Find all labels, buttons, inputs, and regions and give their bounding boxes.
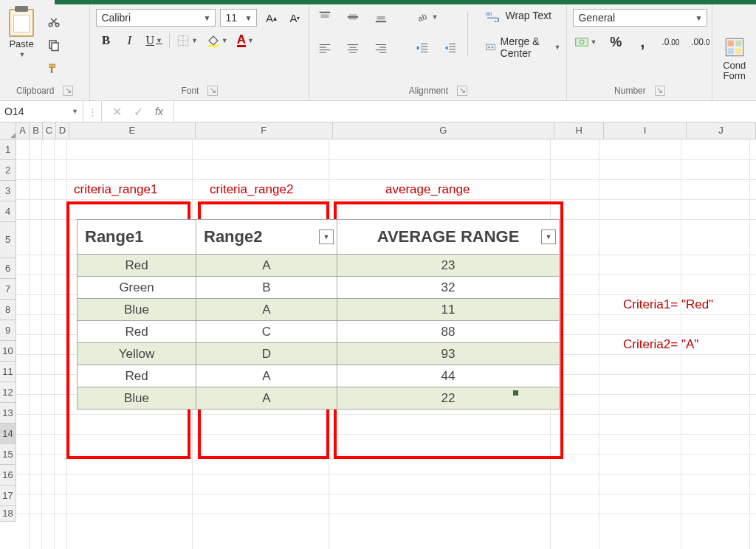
row-header-7[interactable]: 7 [0,279,16,300]
merge-center-button[interactable]: Merge & Center ▼ [486,35,560,59]
conditional-formatting-icon [724,37,745,58]
col-header-C[interactable]: C [43,122,56,139]
row-header-1[interactable]: 1 [0,139,16,160]
align-right-button[interactable] [371,40,391,56]
decrease-decimal-button[interactable]: .00.0 [689,34,712,50]
col-header-G[interactable]: G [333,122,555,139]
cut-button[interactable] [44,13,63,30]
cell[interactable]: 32 [337,277,560,299]
copy-button[interactable] [44,37,63,53]
name-box[interactable]: O14 ▼ [0,101,83,122]
cell[interactable]: B [196,277,337,299]
dialog-launcher-icon[interactable]: ↘ [207,86,218,96]
worksheet-grid[interactable]: ◢ A B C D E F G H I J 1 2 3 4 5 6 7 8 9 … [0,122,756,522]
increase-font-button[interactable]: A▴ [261,10,281,26]
col-header-E[interactable]: E [69,122,196,139]
header-range2[interactable]: Range2 ▼ [196,220,337,255]
comma-button[interactable]: , [633,34,652,50]
cell[interactable]: Red [78,321,196,343]
fx-button[interactable]: fx [155,106,163,117]
cell[interactable]: Blue [78,387,196,410]
font-size-combo[interactable]: 11 ▼ [220,9,257,27]
row-header-16[interactable]: 16 [0,465,16,486]
number-format-combo[interactable]: General ▼ [573,9,707,27]
align-middle-button[interactable] [343,9,362,25]
format-painter-button[interactable] [44,61,63,77]
italic-button[interactable]: I [120,32,139,49]
cell[interactable]: A [196,299,337,321]
select-all-corner[interactable]: ◢ [0,122,16,139]
header-range1[interactable]: Range1 [78,220,196,255]
row-header-5[interactable]: 5 [0,222,16,258]
decrease-font-button[interactable]: A▾ [285,10,304,26]
dialog-launcher-icon[interactable]: ↘ [457,86,467,96]
row-header-18[interactable]: 18 [0,506,16,522]
paste-button[interactable]: Paste ▼ [6,9,37,58]
col-header-I[interactable]: I [604,122,687,139]
align-left-button[interactable] [315,40,334,56]
col-header-D[interactable]: D [56,122,69,139]
row-header-15[interactable]: 15 [0,444,16,465]
col-header-H[interactable]: H [554,122,604,139]
cell[interactable]: A [196,365,337,387]
row-header-12[interactable]: 12 [0,382,16,403]
align-bottom-button[interactable] [371,9,391,25]
percent-button[interactable]: % [606,34,625,50]
accounting-format-button[interactable]: ▼ [573,34,599,50]
dialog-launcher-icon[interactable]: ↘ [655,86,665,96]
align-top-button[interactable] [315,9,334,25]
chevron-down-icon[interactable]: ▼ [19,51,26,58]
filter-button-range2[interactable]: ▼ [319,229,334,244]
increase-decimal-button[interactable]: .0.00 [659,34,681,50]
wrap-text-button[interactable]: ab Wrap Text [486,9,551,22]
underline-button[interactable]: U▼ [143,32,164,49]
bold-button[interactable]: B [96,32,115,49]
col-header-F[interactable]: F [196,122,333,139]
row-header-13[interactable]: 13 [0,403,16,424]
cell[interactable]: A [196,255,337,277]
cell[interactable]: 93 [337,343,560,365]
conditional-formatting-button[interactable]: Cond Form [712,4,756,100]
cell[interactable]: Blue [78,299,196,321]
formula-input[interactable] [174,101,756,122]
row-header-6[interactable]: 6 [0,258,16,279]
cell[interactable]: Red [78,365,196,387]
row-header-17[interactable]: 17 [0,486,16,506]
cell[interactable]: Green [78,277,196,299]
row-header-4[interactable]: 4 [0,201,16,222]
cell[interactable]: D [196,343,337,365]
cell[interactable]: 88 [337,321,560,343]
font-name-combo[interactable]: Calibri ▼ [96,9,216,27]
cell[interactable]: 23 [337,255,560,277]
font-color-button[interactable]: A ▼ [235,32,256,49]
cell[interactable]: 11 [337,299,560,321]
row-header-2[interactable]: 2 [0,160,16,181]
borders-button[interactable]: ▼ [174,32,200,49]
row-header-14[interactable]: 14 [0,424,16,444]
cancel-formula-button[interactable]: ✕ [112,105,122,119]
fill-color-button[interactable]: ▼ [205,32,230,49]
enter-formula-button[interactable]: ✓ [134,105,143,119]
row-header-10[interactable]: 10 [0,341,16,362]
cell[interactable]: Red [78,255,196,277]
row-header-9[interactable]: 9 [0,320,16,341]
table-resize-handle[interactable] [513,390,518,396]
col-header-A[interactable]: A [16,122,30,139]
col-header-B[interactable]: B [30,122,43,139]
row-header-11[interactable]: 11 [0,362,16,382]
dialog-launcher-icon[interactable]: ↘ [63,86,73,96]
cell[interactable]: 22 [337,387,560,410]
filter-button-average[interactable]: ▼ [541,229,556,244]
cell[interactable]: A [196,387,337,410]
cell[interactable]: C [196,321,337,343]
cell[interactable]: Yellow [78,343,196,365]
align-center-button[interactable] [343,40,362,56]
decrease-indent-button[interactable] [413,40,432,56]
header-average-range[interactable]: AVERAGE RANGE ▼ [337,220,560,255]
increase-indent-button[interactable] [441,40,460,56]
col-header-J[interactable]: J [687,122,756,139]
row-header-3[interactable]: 3 [0,181,16,201]
orientation-button[interactable]: ab▼ [413,9,440,25]
row-header-8[interactable]: 8 [0,300,16,320]
cell[interactable]: 44 [337,365,560,387]
